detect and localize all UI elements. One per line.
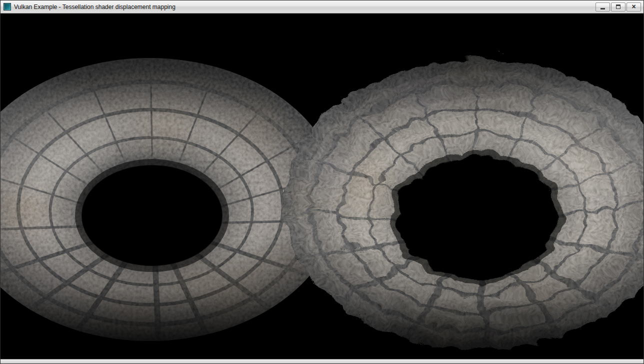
- scene-svg: [0, 14, 644, 359]
- close-button[interactable]: ×: [626, 2, 641, 12]
- render-viewport[interactable]: [0, 14, 644, 359]
- title-bar[interactable]: Vulkan Example - Tessellation shader dis…: [0, 0, 644, 14]
- maximize-icon: [616, 4, 620, 9]
- window-title: Vulkan Example - Tessellation shader dis…: [14, 4, 176, 10]
- maximize-button[interactable]: [611, 2, 626, 12]
- app-window: Vulkan Example - Tessellation shader dis…: [0, 0, 644, 364]
- close-icon: ×: [632, 3, 636, 10]
- window-bottom-border: [0, 359, 644, 364]
- minimize-button[interactable]: [596, 2, 610, 12]
- minimize-icon: [600, 8, 605, 10]
- vulkan-app-icon[interactable]: [4, 3, 11, 10]
